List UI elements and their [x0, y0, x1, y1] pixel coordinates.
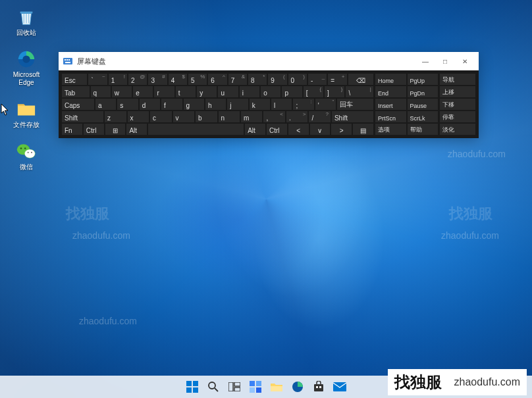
key-esc[interactable]: Esc — [62, 74, 87, 85]
edge-button[interactable] — [289, 378, 306, 395]
key-end[interactable]: End — [375, 86, 406, 97]
key-space[interactable] — [148, 124, 244, 135]
widgets-button[interactable] — [247, 378, 264, 395]
key-prtscn[interactable]: PrtScn — [375, 111, 406, 122]
key-l[interactable]: l — [271, 99, 292, 110]
key-ctrl[interactable]: Ctrl — [267, 124, 287, 135]
key-shift[interactable]: Shift — [62, 111, 103, 122]
key-n[interactable]: n — [219, 111, 240, 122]
key-o[interactable]: o — [261, 86, 280, 97]
key-选项[interactable]: 选项 — [375, 124, 406, 135]
svg-point-5 — [20, 147, 22, 149]
mail-button[interactable] — [331, 378, 348, 395]
key-[interactable]: ;: — [293, 99, 313, 110]
key-[interactable]: > — [331, 124, 352, 135]
store-button[interactable] — [310, 378, 327, 395]
key-insert[interactable]: Insert — [375, 99, 406, 110]
key-h[interactable]: h — [205, 99, 226, 110]
key-[interactable]: 回车 — [337, 99, 373, 110]
key-3[interactable]: 3# — [148, 74, 167, 85]
key-[interactable]: `~ — [88, 74, 107, 85]
key-[interactable]: \| — [346, 86, 373, 97]
start-button[interactable] — [184, 378, 201, 395]
keyboard-nav: 导航上移下移停靠淡化 — [440, 74, 475, 135]
key-x[interactable]: x — [128, 111, 149, 122]
recycle-bin[interactable]: 回收站 — [7, 7, 46, 37]
key-p[interactable]: p — [282, 86, 302, 97]
key-5[interactable]: 5% — [188, 74, 207, 85]
key-[interactable]: -_ — [308, 74, 327, 85]
key-t[interactable]: t — [176, 86, 196, 97]
key-j[interactable]: j — [227, 99, 248, 110]
key-[interactable]: .> — [286, 111, 307, 122]
key-导航[interactable]: 导航 — [440, 74, 475, 85]
key-caps[interactable]: Caps — [62, 99, 94, 110]
close-button[interactable]: ✕ — [455, 52, 475, 70]
key-8[interactable]: 8* — [248, 74, 267, 85]
key-d[interactable]: d — [140, 99, 160, 110]
key-u[interactable]: u — [218, 86, 238, 97]
key-下移[interactable]: 下移 — [440, 99, 475, 110]
key-b[interactable]: b — [196, 111, 217, 122]
svg-rect-29 — [314, 384, 323, 391]
key-[interactable]: ⊞ — [105, 124, 126, 135]
maximize-button[interactable]: □ — [435, 52, 455, 70]
wechat[interactable]: 微信 — [7, 141, 46, 171]
key-[interactable]: =+ — [328, 74, 346, 85]
key-y[interactable]: y — [197, 86, 217, 97]
key-e[interactable]: e — [133, 86, 153, 97]
key-home[interactable]: Home — [375, 74, 406, 85]
key-alt[interactable]: Alt — [245, 124, 265, 135]
key-[interactable]: [{ — [304, 86, 323, 97]
key-[interactable]: '" — [315, 99, 336, 110]
desktop[interactable]: zhaodufu.com zhaodufu.com 找独服 找独服 zhaodu… — [0, 0, 532, 398]
key-停靠[interactable]: 停靠 — [440, 111, 475, 122]
key-c[interactable]: c — [150, 111, 171, 122]
key-g[interactable]: g — [184, 99, 204, 110]
key-9[interactable]: 9( — [268, 74, 286, 85]
key-ctrl[interactable]: Ctrl — [84, 124, 104, 135]
key-[interactable]: < — [288, 124, 309, 135]
key-[interactable]: ∨ — [310, 124, 331, 135]
key-fn[interactable]: Fn — [62, 124, 82, 135]
key-tab[interactable]: Tab — [62, 86, 90, 97]
key-scrlk[interactable]: ScrLk — [408, 111, 439, 122]
minimize-button[interactable]: — — [415, 52, 435, 70]
key-s[interactable]: s — [117, 99, 138, 110]
key-q[interactable]: q — [91, 86, 111, 97]
key-上移[interactable]: 上移 — [440, 86, 475, 97]
key-pause[interactable]: Pause — [408, 99, 439, 110]
key-m[interactable]: m — [241, 111, 262, 122]
key-v[interactable]: v — [173, 111, 194, 122]
key-i[interactable]: i — [240, 86, 259, 97]
key-a[interactable]: a — [95, 99, 116, 110]
microsoft-edge[interactable]: Microsoft Edge — [7, 49, 46, 87]
file-explorer-button[interactable] — [268, 378, 285, 395]
key-f[interactable]: f — [161, 99, 182, 110]
key-pgup[interactable]: PgUp — [408, 74, 439, 85]
key-[interactable]: ]} — [325, 86, 344, 97]
key-k[interactable]: k — [250, 99, 270, 110]
key-帮助[interactable]: 帮助 — [408, 124, 439, 135]
key-r[interactable]: r — [154, 86, 174, 97]
key-[interactable]: /? — [309, 111, 330, 122]
key-shift[interactable]: Shift — [332, 111, 373, 122]
key-[interactable]: ▤ — [353, 124, 373, 135]
osk-titlebar[interactable]: 屏幕键盘 — □ ✕ — [59, 52, 479, 70]
key-[interactable]: ⌫ — [348, 74, 373, 85]
key-0[interactable]: 0) — [288, 74, 307, 85]
task-view-button[interactable] — [226, 378, 243, 395]
key-淡化[interactable]: 淡化 — [440, 124, 475, 135]
files-folder[interactable]: 文件存放 — [7, 99, 46, 129]
key-[interactable]: ,< — [263, 111, 284, 122]
search-button[interactable] — [205, 378, 222, 395]
key-6[interactable]: 6^ — [208, 74, 226, 85]
key-z[interactable]: z — [105, 111, 126, 122]
key-1[interactable]: 1! — [109, 74, 127, 85]
key-pgdn[interactable]: PgDn — [408, 86, 439, 97]
key-7[interactable]: 7& — [228, 74, 247, 85]
key-alt[interactable]: Alt — [126, 124, 147, 135]
key-w[interactable]: w — [112, 86, 132, 97]
key-4[interactable]: 4$ — [169, 74, 187, 85]
key-2[interactable]: 2@ — [128, 74, 147, 85]
